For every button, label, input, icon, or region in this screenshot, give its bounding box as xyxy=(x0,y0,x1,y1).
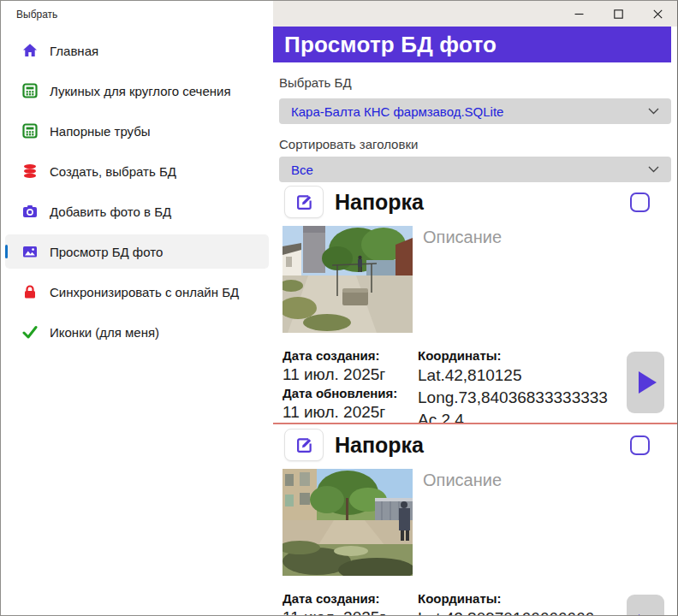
close-icon xyxy=(653,9,663,19)
sidebar-item-label: Лукиных для круглого сечения xyxy=(50,84,231,98)
calculator-icon xyxy=(22,123,38,139)
minimize-icon xyxy=(574,9,584,19)
play-icon xyxy=(639,614,657,615)
selection-indicator xyxy=(5,245,8,258)
maximize-button[interactable] xyxy=(598,1,638,27)
description-field[interactable]: Описание xyxy=(423,471,502,576)
dates-column: Дата создания: 11 июл. 2025г xyxy=(282,589,418,615)
card-header: Напорка xyxy=(279,185,671,219)
window-title: Выбрать xyxy=(1,1,273,21)
card-media: Описание xyxy=(279,469,671,576)
sort-select-label: Сортировать заголовки xyxy=(279,136,671,153)
camera-icon xyxy=(22,204,38,219)
sidebar-item-view-photos[interactable]: Просмотр БД фото xyxy=(5,234,269,269)
card-header: Напорка xyxy=(279,428,671,462)
sidebar-nav: Главная Лукиных для круглого сечения Нап… xyxy=(1,33,273,349)
updated-value: 11 июл. 2025г xyxy=(282,402,418,422)
lock-icon xyxy=(22,284,38,299)
photo-thumbnail xyxy=(282,469,413,576)
coords-column: Координаты: Lat.42,810125 Long.73,840368… xyxy=(418,346,627,423)
minimize-button[interactable] xyxy=(559,1,598,27)
app-window: Выбрать Главная Лукиных для круглого сеч… xyxy=(0,0,678,616)
created-label: Дата создания: xyxy=(282,346,418,364)
photo-card: Напорка xyxy=(279,185,671,423)
database-icon xyxy=(22,163,38,179)
card-checkbox[interactable] xyxy=(630,435,650,455)
chevron-down-icon xyxy=(648,166,659,173)
sort-select-value: Все xyxy=(291,163,648,177)
sidebar-item-create-select-db[interactable]: Создать, выбрать БД xyxy=(5,154,269,188)
sidebar-item-home[interactable]: Главная xyxy=(5,33,269,68)
sidebar-item-lukinyh[interactable]: Лукиных для круглого сечения xyxy=(5,74,269,108)
page-body: Выбрать БД Кара-Балта КНС фармзавод.SQLi… xyxy=(273,62,677,615)
longitude-value: Long.73,84036833333333 xyxy=(418,387,627,409)
card-checkbox[interactable] xyxy=(630,192,650,212)
db-select[interactable]: Кара-Балта КНС фармзавод.SQLite xyxy=(279,98,671,124)
updated-label: Дата обновления: xyxy=(282,384,418,402)
check-icon xyxy=(22,324,38,340)
close-button[interactable] xyxy=(638,1,677,27)
description-field[interactable]: Описание xyxy=(423,228,502,333)
created-value: 11 июл. 2025г xyxy=(282,364,418,384)
sort-select[interactable]: Все xyxy=(279,157,671,182)
sidebar-item-label: Синхронизировать с онлайн БД xyxy=(50,285,239,299)
latitude-value: Lat.42,810125 xyxy=(418,364,627,387)
sidebar-item-label: Просмотр БД фото xyxy=(50,245,163,259)
maximize-icon xyxy=(614,9,623,19)
card-details: Дата создания: 11 июл. 2025г Координаты:… xyxy=(279,589,671,615)
accuracy-value: Ac.2,4 xyxy=(418,409,627,423)
coords-label: Координаты: xyxy=(418,589,627,607)
photo-thumbnail xyxy=(282,226,413,333)
dates-column: Дата создания: 11 июл. 2025г Дата обновл… xyxy=(282,346,418,423)
edit-button[interactable] xyxy=(284,186,324,218)
play-button[interactable] xyxy=(627,352,664,413)
page-header: Просмотр БД фото xyxy=(273,27,671,62)
edit-button[interactable] xyxy=(284,429,324,461)
sidebar-item-label: Создать, выбрать БД xyxy=(50,164,176,179)
coords-label: Координаты: xyxy=(418,346,627,364)
sidebar-item-label: Иконки (для меня) xyxy=(50,325,159,340)
card-details: Дата создания: 11 июл. 2025г Дата обновл… xyxy=(279,346,671,423)
edit-icon xyxy=(295,193,313,211)
db-select-value: Кара-Балта КНС фармзавод.SQLite xyxy=(291,104,648,119)
card-media: Описание xyxy=(279,226,671,333)
created-label: Дата создания: xyxy=(282,589,418,607)
coords-column: Координаты: Lat.42,80970166666666 xyxy=(418,589,627,615)
sidebar-item-label: Главная xyxy=(50,44,98,58)
sidebar-item-icons[interactable]: Иконки (для меня) xyxy=(5,315,269,349)
card-title: Напорка xyxy=(335,433,424,458)
sidebar: Выбрать Главная Лукиных для круглого сеч… xyxy=(1,1,273,615)
created-value: 11 июл. 2025г xyxy=(282,607,418,615)
play-icon xyxy=(639,371,657,394)
photo-icon xyxy=(22,244,38,259)
sidebar-item-label: Напорные трубы xyxy=(50,124,151,139)
sidebar-item-add-photo[interactable]: Добавить фото в БД xyxy=(5,194,269,228)
card-divider xyxy=(273,423,677,424)
latitude-value: Lat.42,80970166666666 xyxy=(418,607,627,615)
card-title: Напорка xyxy=(335,190,424,215)
calculator-icon xyxy=(22,83,38,98)
sidebar-item-sync-online-db[interactable]: Синхронизировать с онлайн БД xyxy=(5,275,269,309)
home-icon xyxy=(22,43,38,58)
photo-card: Напорка xyxy=(279,428,671,615)
content-pane: Просмотр БД фото Выбрать БД Кара-Балта К… xyxy=(273,1,677,615)
sidebar-item-label: Добавить фото в БД xyxy=(50,204,171,219)
sidebar-item-napornye-truby[interactable]: Напорные трубы xyxy=(5,114,269,148)
play-button[interactable] xyxy=(627,595,664,615)
db-select-label: Выбрать БД xyxy=(279,74,671,92)
titlebar xyxy=(273,1,677,27)
page-title: Просмотр БД фото xyxy=(284,32,497,58)
edit-icon xyxy=(295,436,313,454)
chevron-down-icon xyxy=(648,108,659,115)
